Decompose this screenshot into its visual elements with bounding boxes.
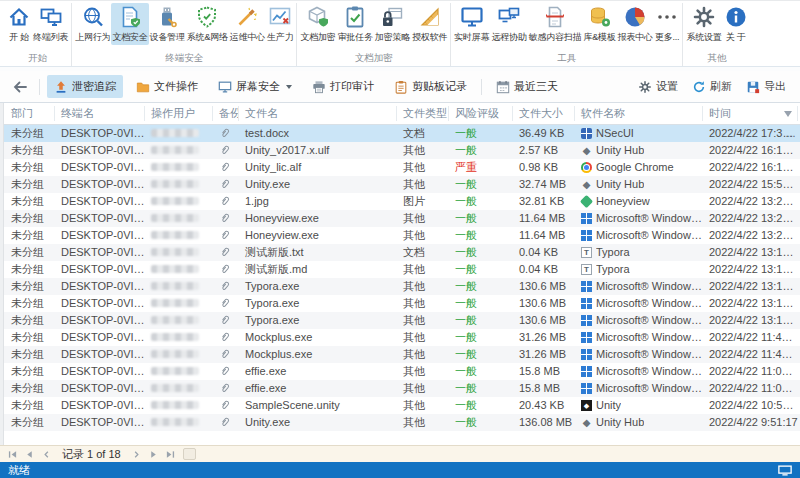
- settings-icon: [692, 5, 716, 29]
- column-header-size[interactable]: 文件大小: [513, 106, 575, 121]
- cell-file-size: 130.6 MB: [513, 312, 575, 329]
- cell-operating-user: [145, 176, 213, 193]
- toolbar-action-file-ops[interactable]: 文件操作: [129, 75, 205, 98]
- cell-time: 2022/4/22 13:27:25: [703, 227, 798, 244]
- table-row[interactable]: 未分组DESKTOP-0VIDMDJeffie.exe其他一般15.8 MBMi…: [0, 380, 800, 397]
- toolbar-action-print-audit[interactable]: 打印审计: [305, 75, 381, 98]
- prev-page-button[interactable]: [22, 448, 37, 461]
- column-header-type[interactable]: 文件类型: [397, 106, 449, 121]
- cell-software-name: Unity Hub: [575, 176, 703, 193]
- ribbon-item-live-screen[interactable]: 实时屏幕: [453, 3, 490, 45]
- cell-terminal-name: DESKTOP-0VIDMDJ: [55, 210, 145, 227]
- table-row[interactable]: 未分组DESKTOP-0VIDMDJeffie.exe其他一般15.8 MBMi…: [0, 363, 800, 380]
- windows-app-icon: [581, 213, 592, 224]
- ribbon-item-productivity[interactable]: 生产力: [266, 3, 294, 45]
- ribbon-item-label: 文档加密: [300, 31, 335, 44]
- date-filter-button[interactable]: 最近三天: [489, 75, 565, 98]
- cell-time: 2022/4/22 17:37:18: [703, 125, 798, 142]
- column-header-risk[interactable]: 风险评级: [449, 106, 513, 121]
- toolbar-action-settings[interactable]: 设置: [634, 75, 682, 98]
- monitor-status-icon[interactable]: [778, 465, 792, 476]
- doc-encrypt-icon: [306, 5, 330, 29]
- cell-backup: [213, 295, 239, 312]
- cell-operating-user: [145, 329, 213, 346]
- ribbon-group-items: 实时屏幕远程协助敏感内容扫描库&模板报表中心更多...: [453, 3, 680, 52]
- next-page-button[interactable]: [146, 448, 161, 461]
- column-header-dept[interactable]: 部门: [5, 106, 55, 121]
- cell-department: 未分组: [5, 142, 55, 159]
- cell-file-type: 其他: [397, 329, 449, 346]
- ribbon-item-web-behavior[interactable]: 上网行为: [74, 3, 111, 45]
- table-row[interactable]: 未分组DESKTOP-0VIDMDJ测试新版.txt文档一般0.04 KBTTy…: [0, 244, 800, 261]
- ribbon-item-device-mgmt[interactable]: 设备管理: [149, 3, 186, 45]
- table-row[interactable]: 未分组DESKTOP-0VIDMDJTypora.exe其他一般130.6 MB…: [0, 295, 800, 312]
- toolbar-action-screen-security[interactable]: 屏幕安全: [211, 75, 299, 98]
- table-row[interactable]: 未分组DESKTOP-0VIDMDJHoneyview.exe其他一般11.64…: [0, 210, 800, 227]
- column-header-operator[interactable]: 操作用户: [145, 106, 213, 121]
- ribbon-item-ops-center[interactable]: 运维中心: [229, 3, 266, 45]
- cell-operating-user: [145, 380, 213, 397]
- ribbon-item-encrypt-policy[interactable]: 加密策略: [374, 3, 411, 45]
- column-header-backup[interactable]: 备份: [213, 106, 239, 121]
- ribbon-item-terminal-list[interactable]: 终端列表: [32, 3, 69, 45]
- toolbar-action-leak-trace[interactable]: 泄密追踪: [47, 75, 123, 98]
- ribbon-item-licensed-software[interactable]: 授权软件: [411, 3, 448, 45]
- column-header-file[interactable]: 文件名: [239, 106, 397, 121]
- ribbon-item-start[interactable]: 开 始: [6, 3, 32, 45]
- cell-operating-user: [145, 227, 213, 244]
- column-header-label: 操作用户: [151, 106, 195, 121]
- ribbon-group-name: 文档加密: [299, 52, 448, 65]
- ribbon-item-library-template[interactable]: 库&模板: [582, 3, 616, 45]
- ribbon-item-label: 远程协助: [491, 31, 526, 44]
- ribbon-item-remote-assist[interactable]: 远程协助: [490, 3, 527, 45]
- ribbon-item-approval-task[interactable]: 审批任务: [337, 3, 374, 45]
- cell-terminal-name: DESKTOP-0VIDMDJ: [55, 414, 145, 431]
- cell-risk-rating: 一般: [449, 210, 513, 227]
- paperclip-icon: [219, 297, 239, 309]
- column-header-terminal[interactable]: 终端名: [55, 106, 145, 121]
- ribbon-item-system-network[interactable]: 系统&网络: [186, 3, 229, 45]
- ribbon-group-start: 开 始终端列表开始: [4, 3, 72, 66]
- table-row[interactable]: 未分组DESKTOP-0VIDMDJTypora.exe其他一般130.6 MB…: [0, 312, 800, 329]
- table-row[interactable]: 未分组DESKTOP-0VIDMDJUnity.exe其他一般136.08 MB…: [0, 414, 800, 431]
- cell-terminal-name: DESKTOP-0VIDMDJ: [55, 125, 145, 142]
- table-row[interactable]: 未分组DESKTOP-0VIDMDJ1.jpg图片一般32.81 KBHoney…: [0, 193, 800, 210]
- ribbon-item-doc-security[interactable]: 文档安全: [111, 3, 148, 45]
- table-row[interactable]: 未分组DESKTOP-0VIDMDJHoneyview.exe其他一般11.64…: [0, 227, 800, 244]
- ribbon-item-report-center[interactable]: 报表中心: [617, 3, 654, 45]
- about-icon: [724, 5, 748, 29]
- first-page-button[interactable]: [5, 448, 20, 461]
- ribbon: 开 始终端列表开始上网行为文档安全设备管理系统&网络运维中心生产力终端安全文档加…: [0, 1, 800, 67]
- next-record-button[interactable]: [129, 448, 144, 461]
- toolbar-action-clipboard-record[interactable]: 剪贴板记录: [387, 75, 474, 98]
- table-row[interactable]: 未分组DESKTOP-0VIDMDJMockplus.exe其他一般31.26 …: [0, 329, 800, 346]
- toolbar-action-export[interactable]: 导出: [742, 75, 790, 98]
- ribbon-item-doc-encrypt[interactable]: 文档加密: [299, 3, 336, 45]
- windows-app-icon: [581, 230, 592, 241]
- ribbon-item-content-scan[interactable]: 敏感内容扫描: [528, 3, 583, 45]
- ribbon-item-system-settings[interactable]: 系统设置: [685, 3, 722, 45]
- table-row[interactable]: 未分组DESKTOP-0VIDMDJMockplus.exe其他一般31.26 …: [0, 346, 800, 363]
- cell-file-size: 32.81 KB: [513, 193, 575, 210]
- ribbon-item-more[interactable]: 更多...: [654, 3, 681, 45]
- column-header-app[interactable]: 软件名称: [575, 106, 703, 121]
- table-row[interactable]: 未分组DESKTOP-0VIDMDJUnity_lic.alf其他严重0.98 …: [0, 159, 800, 176]
- prev-record-button[interactable]: [39, 448, 54, 461]
- table-row[interactable]: 未分组DESKTOP-0VIDMDJtest.docx文档一般36.49 KBN…: [0, 125, 800, 142]
- approval-icon: [343, 5, 367, 29]
- table-row[interactable]: 未分组DESKTOP-0VIDMDJUnity_v2017.x.ulf其他一般2…: [0, 142, 800, 159]
- table-row[interactable]: 未分组DESKTOP-0VIDMDJUnity.exe其他一般32.74 MBU…: [0, 176, 800, 193]
- row-actions-ellipsis[interactable]: …: [785, 125, 797, 142]
- column-header-time[interactable]: 时间: [703, 106, 798, 121]
- app-name: Microsoft® Windows® Oper...: [596, 329, 703, 346]
- last-page-button[interactable]: [163, 448, 178, 461]
- left-splitter[interactable]: [0, 103, 4, 445]
- table-row[interactable]: 未分组DESKTOP-0VIDMDJSampleScene.unity其他一般2…: [0, 397, 800, 414]
- toolbar-action-refresh[interactable]: 刷新: [688, 75, 736, 98]
- ribbon-item-about[interactable]: 关 于: [723, 3, 749, 45]
- table-row[interactable]: 未分组DESKTOP-0VIDMDJ测试新版.md其他一般0.04 KBTTyp…: [0, 261, 800, 278]
- app-name: Unity: [596, 397, 621, 414]
- table-row[interactable]: 未分组DESKTOP-0VIDMDJTypora.exe其他一般130.6 MB…: [0, 278, 800, 295]
- pager-extra-button[interactable]: [183, 448, 196, 460]
- back-button[interactable]: [8, 77, 32, 97]
